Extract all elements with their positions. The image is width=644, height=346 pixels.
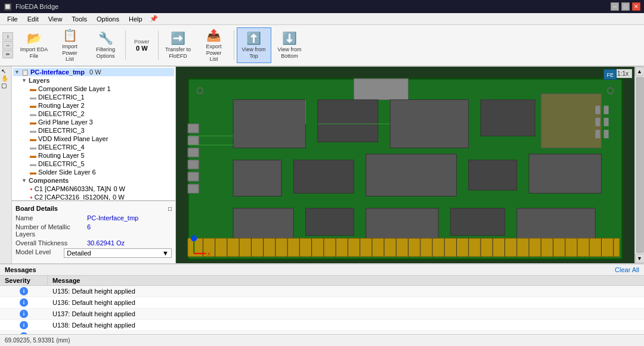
menu-options[interactable]: Options [92,14,124,24]
component-tree[interactable]: ▼ 📋 PC-Interface_tmp 0 W ▼ Layers [12,67,175,200]
filtering-button[interactable]: 🔧 FilteringOptions [88,27,123,63]
layer-vdd-plane[interactable]: ▬ VDD Mixed Plane Layer [13,135,174,143]
left-icon-pan[interactable]: ✋ [1,75,10,82]
view-bottom-button[interactable]: ⬇️ View fromBottom [273,27,307,63]
menu-tools[interactable]: Tools [67,14,92,24]
msg-row-3[interactable]: i U137: Default height applied [0,308,644,320]
msg-text-3: U137: Default height applied [48,309,644,319]
import-power-button[interactable]: 📋 Import PowerList [52,27,87,63]
transfer-flofd-button[interactable]: ➡️ Transfer toFloEFD [161,27,196,63]
left-icon-select[interactable]: ▢ [1,82,10,89]
components-header[interactable]: ▼ Components [13,176,174,185]
thickness-row: Overall Thickness 30.62941 Oz [16,239,172,247]
metallic-layers-row: Number of Metallic Layers 6 [16,223,172,238]
model-level-dropdown[interactable]: Detailed ▼ [64,248,172,258]
msg-row-2[interactable]: i U136: Default height applied [0,297,644,308]
window-controls: ─ □ ✕ [611,2,640,11]
svg-rect-11 [529,154,601,194]
model-level-value: Detailed [67,250,91,257]
svg-rect-57 [188,172,199,181]
view-top-button[interactable]: ⬆️ View fromTop [237,27,271,63]
board-name-label: Name [16,214,87,222]
view-top-label: View fromTop [242,46,266,60]
messages-header: Messages Clear All [0,264,644,276]
root-expand-icon: ▼ [14,69,21,75]
import-eda-button[interactable]: 📂 Import EDA File [17,27,51,63]
layer-dielectric-5[interactable]: ▬ DIELECTRIC_5 [13,160,174,168]
coordinates-display: 69.09235, 5.93391 (mm) [5,337,70,344]
import-eda-label: Import EDA File [20,46,48,60]
tree-root-item[interactable]: ▼ 📋 PC-Interface_tmp 0 W [13,68,174,76]
layer-dielectric-1[interactable]: ▬ DIELECTRIC_1 [13,93,174,101]
msg-row-1[interactable]: i U135: Default height applied [0,286,644,297]
minimize-button[interactable]: ─ [611,2,619,11]
pcb-board-svg: X Y [185,76,626,263]
model-level-label: Model Level [16,248,64,258]
svg-rect-10 [469,160,517,191]
layer-routing-2[interactable]: ▬ Routing Layer 2 [13,101,174,110]
menu-help[interactable]: Help [124,14,147,24]
board-details-expand[interactable]: □ [168,205,172,212]
menu-edit[interactable]: Edit [23,14,44,24]
svg-rect-14 [366,208,438,239]
components-expand-icon: ▼ [21,177,29,183]
clear-all-button[interactable]: Clear All [615,266,639,273]
root-board-icon: 📋 [21,69,29,76]
toolbar-pin: 📌 [150,15,158,23]
import-power-icon: 📋 [63,28,78,42]
info-icon-5: i [20,332,28,334]
svg-rect-17 [188,238,620,256]
floeda-icon: FE [603,69,617,80]
pcb-view[interactable]: X Y — 1:1x FE [176,67,634,263]
layer-icon-5: ▬ [30,119,36,126]
close-button[interactable]: ✕ [632,2,640,11]
layer-label-5: Grid Plane Layer 3 [38,119,93,126]
power-display: Power 0 W [128,39,156,52]
svg-rect-68 [604,130,609,138]
app-icon: 🔲 [4,3,12,11]
left-tool-1[interactable]: ↕ [2,32,13,40]
layer-icon-9: ▬ [30,152,36,159]
thickness-label: Overall Thickness [16,239,87,247]
svg-rect-15 [450,208,504,236]
scroll-up[interactable]: ▲ [635,67,645,76]
menu-view[interactable]: View [44,14,67,24]
layer-comp-side[interactable]: ▬ Component Side Layer 1 [13,85,174,93]
info-icon-1: i [20,287,28,295]
msg-row-5[interactable]: i U139: Default height applied [0,331,644,334]
layer-routing-5[interactable]: ▬ Routing Layer 5 [13,151,174,160]
layer-grid-plane-3[interactable]: ▬ Grid Plane Layer 3 [13,118,174,126]
layer-solder-side-6[interactable]: ▬ Solder Side Layer 6 [13,168,174,176]
maximize-button[interactable]: □ [621,2,630,11]
menu-file[interactable]: File [2,14,23,24]
left-icon-pointer[interactable]: ↖ [1,68,10,74]
export-power-button[interactable]: 📤 Export PowerList [197,27,231,63]
transfer-flofd-icon: ➡️ [171,31,185,45]
svg-rect-1 [354,79,408,99]
layer-label-11: Solder Side Layer 6 [38,169,96,176]
layer-label-7: VDD Mixed Plane Layer [38,135,108,142]
metallic-layers-value: 6 [87,223,172,238]
board-name-row: Name PC-Interface_tmp [16,214,172,222]
app-title: FloEDA Bridge [16,3,58,10]
layer-label-10: DIELECTRIC_5 [38,160,85,167]
msg-text-2: U136: Default height applied [48,298,644,307]
left-tool-2[interactable]: ↔ [2,41,13,49]
layer-dielectric-4[interactable]: ▬ DIELECTRIC_4 [13,143,174,151]
svg-text:Y: Y [192,235,196,241]
comp-c2[interactable]: ● C2 [CAPC3216_IS1206N, 0 W [13,193,174,200]
right-scrollbar[interactable]: ▲ ▼ [634,67,644,263]
msg-row-4[interactable]: i U138: Default height applied [0,320,644,331]
comp-dot-2: ● [30,195,33,200]
board-details-panel: Board Details □ Name PC-Interface_tmp Nu… [12,200,175,263]
comp-label-2: C2 [CAPC3216_IS1206N, [35,194,110,200]
layers-header[interactable]: ▼ Layers [13,76,174,85]
scroll-thumb[interactable] [636,77,644,253]
comp-c1[interactable]: ● C1 [CAPM6N6033N, TA]N 0 W [13,185,174,193]
board-name-value: PC-Interface_tmp [87,214,172,222]
left-tool-3[interactable]: ✏ [2,50,13,58]
layer-dielectric-3[interactable]: ▬ DIELECTRIC_3 [13,126,174,135]
comp-power-2: 0 W [113,194,125,200]
scroll-down[interactable]: ▼ [635,254,645,263]
layer-dielectric-2[interactable]: ▬ DIELECTRIC_2 [13,110,174,118]
